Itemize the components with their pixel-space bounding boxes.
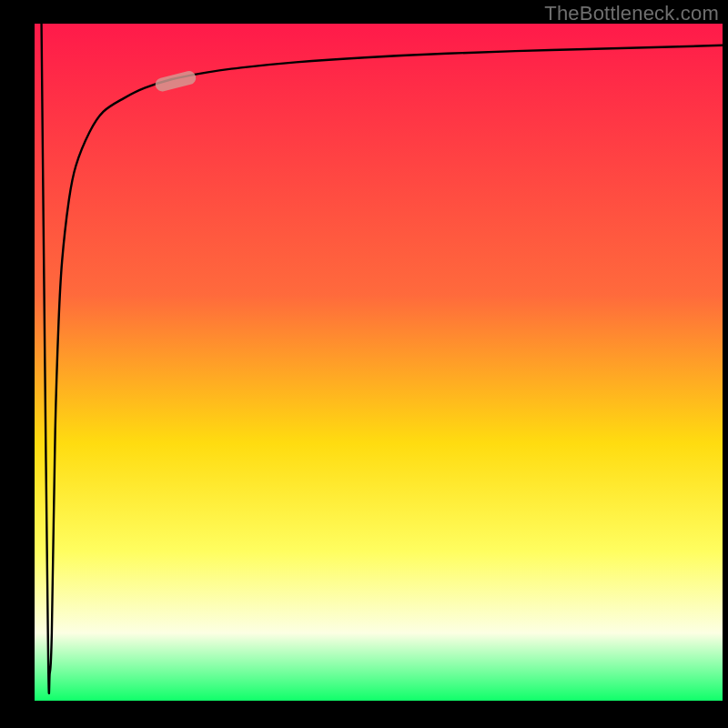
plot-area: [35, 24, 723, 701]
attribution-text: TheBottleneck.com: [544, 2, 719, 25]
gradient-background: [35, 24, 723, 701]
chart-svg: [35, 24, 723, 701]
chart-frame: TheBottleneck.com: [0, 0, 728, 728]
